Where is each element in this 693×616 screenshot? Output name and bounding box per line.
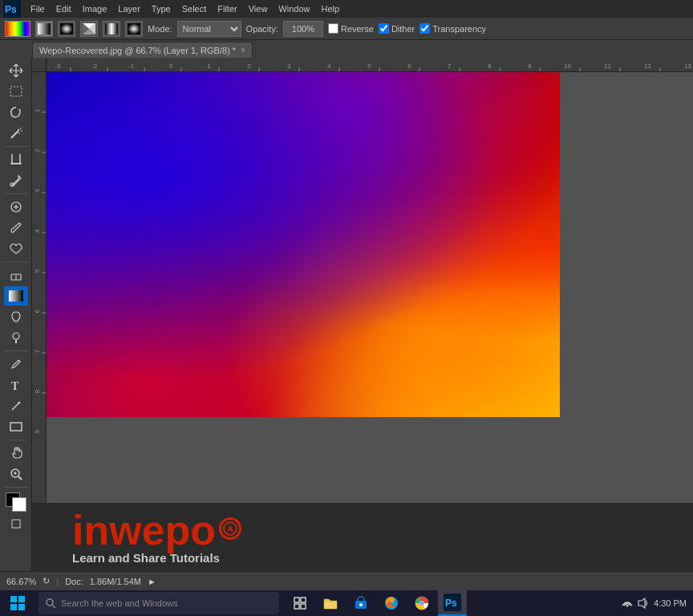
opacity-input[interactable] bbox=[283, 21, 323, 37]
logo-area: inwepo Learn and Share Tutorials bbox=[32, 503, 693, 571]
gradient-swatch[interactable] bbox=[5, 21, 30, 37]
main-area: T bbox=[0, 58, 693, 571]
zoom-level: 66.67% bbox=[6, 577, 36, 586]
hand-tool[interactable] bbox=[4, 444, 28, 463]
shape-tool[interactable] bbox=[4, 417, 28, 436]
svg-marker-85 bbox=[227, 525, 233, 533]
tab-title: Wepo-Recovered.jpg @ 66.7% (Layer 1, RGB… bbox=[39, 46, 236, 55]
document-tab[interactable]: Wepo-Recovered.jpg @ 66.7% (Layer 1, RGB… bbox=[32, 42, 253, 58]
shape-radial-btn[interactable] bbox=[58, 21, 75, 37]
logo-text: inwepo bbox=[72, 509, 216, 551]
menu-select[interactable]: Select bbox=[177, 2, 212, 15]
svg-line-91 bbox=[52, 605, 55, 608]
svg-rect-21 bbox=[9, 290, 23, 302]
menu-help[interactable]: Help bbox=[316, 2, 344, 15]
svg-text:1: 1 bbox=[34, 108, 41, 112]
svg-text:Ps: Ps bbox=[5, 4, 17, 15]
svg-rect-26 bbox=[10, 423, 22, 431]
menu-type[interactable]: Type bbox=[147, 2, 176, 15]
svg-line-11 bbox=[11, 131, 18, 138]
gradient-tool[interactable] bbox=[4, 286, 28, 306]
doc-label: Doc: bbox=[65, 577, 83, 586]
transparency-label: Transparency bbox=[432, 24, 486, 34]
tool-divider-4 bbox=[5, 351, 27, 351]
firefox-btn[interactable] bbox=[377, 590, 406, 616]
svg-rect-92 bbox=[294, 598, 299, 602]
crop-tool[interactable] bbox=[4, 150, 28, 169]
svg-rect-93 bbox=[301, 598, 306, 602]
blur-tool[interactable] bbox=[4, 307, 28, 326]
task-view-btn[interactable] bbox=[286, 590, 314, 616]
svg-text:9: 9 bbox=[34, 429, 41, 433]
heal-tool[interactable] bbox=[4, 197, 28, 217]
svg-text:Ps: Ps bbox=[445, 598, 457, 609]
doc-arrow[interactable]: ► bbox=[148, 577, 156, 586]
lasso-tool[interactable] bbox=[4, 103, 28, 122]
dodge-tool[interactable] bbox=[4, 328, 28, 347]
menu-edit[interactable]: Edit bbox=[51, 2, 76, 15]
svg-marker-106 bbox=[638, 598, 645, 608]
store-btn[interactable] bbox=[346, 590, 375, 616]
tool-divider-3 bbox=[5, 261, 27, 262]
start-button[interactable] bbox=[0, 590, 35, 616]
marquee-tool[interactable] bbox=[4, 82, 28, 101]
menu-view[interactable]: View bbox=[244, 2, 273, 15]
dither-label: Dither bbox=[391, 24, 415, 34]
photoshop-taskbar-btn[interactable]: Ps bbox=[438, 590, 467, 616]
taskbar-search[interactable]: Search the web and Windows bbox=[38, 592, 279, 614]
logo-row: inwepo bbox=[72, 509, 693, 551]
svg-text:2: 2 bbox=[34, 148, 41, 152]
menu-bar: Ps File Edit Image Layer Type Select Fil… bbox=[0, 0, 693, 18]
svg-text:13: 13 bbox=[684, 63, 691, 70]
rotate-icon[interactable]: ↻ bbox=[43, 576, 50, 586]
brush-tool[interactable] bbox=[4, 218, 28, 237]
wand-tool[interactable] bbox=[4, 124, 28, 143]
svg-rect-94 bbox=[294, 604, 299, 609]
file-explorer-btn[interactable] bbox=[316, 590, 345, 616]
menu-layer[interactable]: Layer bbox=[113, 2, 145, 15]
network-icon bbox=[622, 598, 633, 609]
taskbar: Search the web and Windows Ps 4:30 PM bbox=[0, 590, 693, 616]
opacity-label: Opacity: bbox=[246, 24, 278, 34]
menu-file[interactable]: File bbox=[26, 2, 50, 15]
ruler-corner bbox=[32, 58, 47, 72]
svg-text:6: 6 bbox=[407, 63, 411, 70]
reverse-checkbox[interactable] bbox=[328, 23, 338, 34]
app-logo: Ps bbox=[3, 0, 21, 18]
tab-close-btn[interactable]: × bbox=[241, 46, 245, 55]
svg-point-90 bbox=[47, 599, 53, 606]
shape-angle-btn[interactable] bbox=[80, 21, 98, 37]
foreground-bg-colors[interactable] bbox=[4, 491, 28, 513]
eraser-tool[interactable] bbox=[4, 265, 28, 285]
ruler-horizontal: -3 -2 -1 0 1 2 3 4 5 6 7 8 9 10 11 12 13 bbox=[47, 58, 693, 72]
path-select-tool[interactable] bbox=[4, 396, 28, 415]
view-mode-group bbox=[0, 518, 31, 529]
volume-icon bbox=[638, 598, 649, 609]
svg-point-105 bbox=[626, 605, 629, 607]
move-tool[interactable] bbox=[4, 61, 28, 80]
svg-line-28 bbox=[18, 476, 22, 480]
menu-window[interactable]: Window bbox=[274, 2, 314, 15]
svg-rect-87 bbox=[18, 596, 25, 602]
gradient-image bbox=[47, 72, 560, 417]
pen-tool[interactable] bbox=[4, 355, 28, 374]
clone-tool[interactable] bbox=[4, 239, 28, 258]
svg-rect-95 bbox=[301, 604, 306, 609]
eyedropper-tool[interactable] bbox=[4, 171, 28, 190]
menu-filter[interactable]: Filter bbox=[213, 2, 241, 15]
svg-point-97 bbox=[359, 603, 363, 606]
svg-text:9: 9 bbox=[528, 63, 532, 70]
shape-diamond-btn[interactable] bbox=[125, 21, 143, 37]
shape-reflected-btn[interactable] bbox=[103, 21, 120, 37]
text-tool[interactable]: T bbox=[4, 375, 28, 395]
transparency-checkbox[interactable] bbox=[419, 23, 430, 34]
svg-point-22 bbox=[13, 333, 19, 339]
standard-screen-btn[interactable] bbox=[10, 518, 22, 529]
dither-checkbox[interactable] bbox=[379, 23, 389, 34]
zoom-tool[interactable] bbox=[4, 464, 28, 484]
shape-linear-btn[interactable] bbox=[35, 21, 53, 37]
menu-image[interactable]: Image bbox=[78, 2, 112, 15]
svg-point-102 bbox=[419, 601, 424, 606]
mode-select[interactable]: Normal Dissolve Multiply bbox=[177, 21, 241, 37]
chrome-btn[interactable] bbox=[407, 590, 436, 616]
